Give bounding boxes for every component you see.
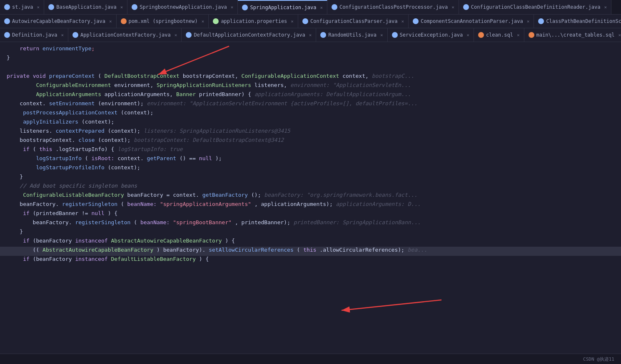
code-line-18: beanFactory. registerSingleton ( beanNam… — [0, 201, 621, 210]
code-line-1: return environmentType; — [0, 45, 621, 54]
tab-serviceex[interactable]: ServiceException.java × — [388, 28, 474, 42]
tab-springapp[interactable]: SpringApplication.java × — [238, 0, 327, 15]
tab-defaultappctx[interactable]: DefaultApplicationContextFactory.java × — [182, 28, 316, 42]
code-line-21: } — [0, 228, 621, 238]
code-token: private void prepareContext ( DefaultBoo… — [7, 73, 414, 79]
tab-st-java[interactable]: st.java × — [0, 0, 44, 15]
tab-configbean[interactable]: ConfigurationClassBeanDefinitionReader.j… — [459, 0, 611, 15]
code-line-6: ApplicationArguments applicationArgument… — [0, 91, 621, 100]
tab-label-springapp: SpringApplication.java — [250, 5, 316, 10]
tab-icon-classpath — [538, 18, 544, 24]
tab-label-configbean: ConfigurationClassBeanDefinitionReader.j… — [471, 4, 601, 10]
tab-definition[interactable]: Definition.java × — [0, 28, 68, 42]
tab-bar-second: AutowireCapableBeanFactory.java × pom.xm… — [0, 15, 621, 28]
tab-close-createtables[interactable]: × — [618, 32, 621, 38]
tab-close-springapp[interactable]: × — [320, 5, 323, 10]
code-line-3 — [0, 64, 621, 73]
code-token: } — [7, 54, 10, 61]
tab-icon-configpost — [332, 4, 337, 10]
tab-close-baseapp[interactable]: × — [120, 5, 123, 10]
tab-icon-serviceex — [392, 32, 398, 38]
tab-icon-appprops — [213, 18, 219, 24]
tab-configparser[interactable]: ConfigurationClassParser.java × — [298, 15, 409, 28]
code-line-17: ConfigurableListableBeanFactory beanFact… — [0, 192, 621, 201]
tab-icon-randomutils — [320, 32, 326, 38]
tab-icon-defaultappctx — [186, 32, 192, 38]
code-line-15: } — [0, 173, 621, 183]
code-token: context. setEnvironment (environment); e… — [7, 100, 417, 106]
tab-icon-cleansql — [478, 32, 484, 38]
code-token: (( AbstractAutowireCapableBeanFactory ) … — [7, 247, 427, 253]
tab-label-appctx: ApplicationContextFactory.java — [80, 32, 171, 38]
code-token: logStartupProfileInfo (context); — [7, 164, 140, 171]
status-text: CSDN @执迹11 — [583, 356, 614, 362]
tab-close-appctx[interactable]: × — [175, 32, 177, 38]
code-line-8: postProcessApplicationContext (context); — [0, 109, 621, 119]
tab-cleansql[interactable]: clean.sql × — [474, 28, 524, 42]
code-token: return environmentType; — [7, 45, 95, 52]
tab-icon-definition — [4, 32, 10, 38]
code-token: logStartupInfo ( isRoot: context. getPar… — [7, 155, 222, 161]
tab-randomutils[interactable]: RandomUtils.java × — [316, 28, 387, 42]
tab-componentscan[interactable]: ComponentScanAnnotationParser.java × — [409, 15, 534, 28]
code-line-14: logStartupProfileInfo (context); — [0, 164, 621, 173]
tab-label-configparser: ConfigurationClassParser.java — [310, 18, 398, 24]
code-token: ConfigurableEnvironment environment, Spr… — [7, 82, 411, 88]
tab-close-configparser[interactable]: × — [401, 19, 404, 24]
code-line-23-highlighted: (( AbstractAutowireCapableBeanFactory ) … — [0, 247, 621, 256]
tab-appprops[interactable]: application.properties × — [209, 15, 298, 28]
tab-close-st[interactable]: × — [37, 5, 40, 10]
tab-appctx[interactable]: ApplicationContextFactory.java × — [68, 28, 182, 42]
tab-close-cleansql[interactable]: × — [517, 32, 520, 38]
tab-close-serviceex[interactable]: × — [466, 32, 469, 38]
tab-close-configpost[interactable]: × — [451, 5, 454, 10]
code-line-24: if (beanFactory instanceof DefaultListab… — [0, 256, 621, 265]
code-line-16: // Add boot specific singleton beans — [0, 183, 621, 192]
tab-label-serviceex: ServiceException.java — [400, 32, 463, 38]
code-line-20: beanFactory. registerSingleton ( beanNam… — [0, 219, 621, 228]
code-line-10: listeners. contextPrepared (context); li… — [0, 128, 621, 137]
tab-springbootnew[interactable]: SpringbootnewApplication.java × — [127, 0, 238, 15]
tab-icon-st — [4, 4, 10, 10]
code-token: listeners. contextPrepared (context); li… — [7, 128, 290, 134]
code-token: if (printedBanner != null ) { — [7, 210, 117, 216]
tab-label-st: st.java — [12, 4, 33, 10]
code-token: bootstrapContext. close (context); boots… — [7, 137, 284, 143]
tab-close-randomutils[interactable]: × — [380, 32, 383, 38]
tab-autowire[interactable]: AutowireCapableBeanFactory.java × — [0, 15, 117, 28]
tab-label-springbootnew: SpringbootnewApplication.java — [140, 4, 227, 10]
tab-label-pom: pom.xml (springbootnew) — [129, 18, 198, 24]
tab-close-appprops[interactable]: × — [291, 19, 294, 24]
tab-icon-baseapp — [48, 4, 54, 10]
tab-icon-pom — [121, 18, 127, 24]
tab-icon-autowire — [4, 18, 10, 24]
code-line-2: } — [0, 54, 621, 64]
tab-close-springbootnew[interactable]: × — [231, 5, 234, 10]
tab-close-componentscan[interactable]: × — [527, 19, 530, 24]
tab-pom[interactable]: pom.xml (springbootnew) × — [117, 15, 209, 28]
tab-baseapp[interactable]: BaseApplication.java × — [44, 0, 127, 15]
tab-label-baseapp: BaseApplication.java — [56, 4, 117, 10]
tab-label-definition: Definition.java — [12, 32, 57, 38]
tab-label-classpath: ClassPathBeanDefinitionScanner.ja... — [546, 18, 621, 24]
code-line-7: context. setEnvironment (environment); e… — [0, 100, 621, 109]
tab-createtables[interactable]: main\...\create_tables.sql × — [524, 28, 621, 42]
tab-classpath[interactable]: ClassPathBeanDefinitionScanner.ja... × — [534, 15, 621, 28]
code-token: applyInitializers (context); — [7, 119, 114, 125]
code-line-22: if (beanFactory instanceof AbstractAutow… — [0, 238, 621, 247]
tab-configpost[interactable]: ConfigurationClassPostProcessor.java × — [327, 0, 459, 15]
tab-label-appprops: application.properties — [221, 18, 287, 24]
code-line-5: ConfigurableEnvironment environment, Spr… — [0, 82, 621, 91]
code-editor: return environmentType; } private void p… — [0, 42, 621, 354]
tab-close-defaultappctx[interactable]: × — [309, 32, 312, 38]
code-token: beanFactory. registerSingleton ( beanNam… — [7, 201, 421, 207]
tab-close-autowire[interactable]: × — [109, 19, 112, 24]
tab-icon-appctx — [72, 32, 78, 38]
tab-close-configbean[interactable]: × — [604, 5, 607, 10]
code-line-4: private void prepareContext ( DefaultBoo… — [0, 73, 621, 82]
status-bar: CSDN @执迹11 — [0, 354, 621, 364]
tab-close-pom[interactable]: × — [202, 19, 205, 24]
code-line-11: bootstrapContext. close (context); boots… — [0, 137, 621, 146]
tab-close-definition[interactable]: × — [61, 32, 64, 38]
tab-icon-componentscan — [413, 18, 419, 24]
